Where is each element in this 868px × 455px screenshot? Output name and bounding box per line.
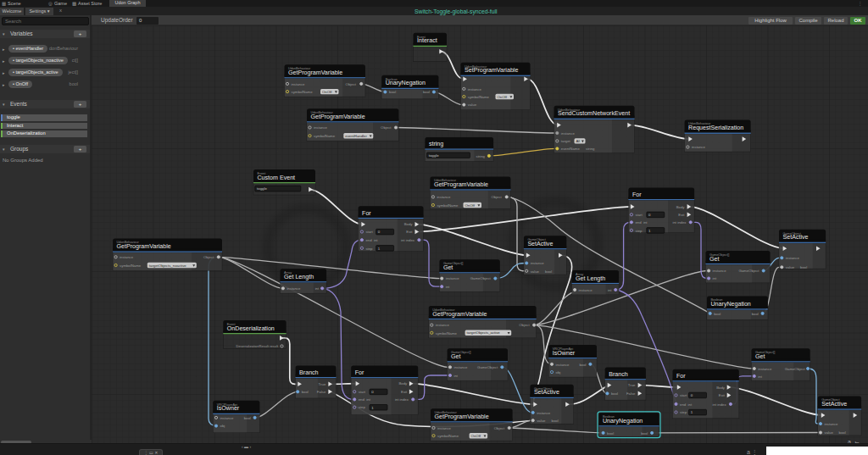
svg-text:Branch: Branch bbox=[609, 371, 628, 378]
svg-text:instance: instance bbox=[579, 288, 593, 292]
svg-text:Get Length: Get Length bbox=[576, 275, 605, 282]
svg-text:OnOff: OnOff bbox=[465, 203, 476, 208]
svg-text:instance: instance bbox=[531, 261, 545, 265]
svg-text:Object: Object bbox=[519, 323, 530, 327]
svg-text:symbolName: symbolName bbox=[314, 134, 336, 138]
svg-text:bool: bool bbox=[839, 430, 846, 435]
svg-text:targetObjects_noactive: targetObjects_noactive bbox=[149, 264, 187, 268]
svg-text:OnOff: OnOff bbox=[322, 90, 332, 94]
svg-text:Get: Get bbox=[451, 353, 460, 360]
svg-text:target: target bbox=[561, 139, 571, 143]
svg-text:bool: bool bbox=[552, 419, 559, 423]
svg-text:instance: instance bbox=[537, 411, 551, 415]
svg-text:int: int bbox=[758, 375, 762, 379]
svg-text:start: start bbox=[635, 213, 643, 217]
svg-text:step: step bbox=[365, 247, 373, 251]
svg-text:instance: instance bbox=[786, 256, 800, 260]
svg-text:instance: instance bbox=[713, 269, 727, 273]
svg-text:instance: instance bbox=[468, 87, 482, 92]
svg-text:GameObject: GameObject bbox=[785, 367, 806, 371]
svg-text:eventHandler: eventHandler bbox=[345, 134, 367, 138]
svg-text:int: int bbox=[608, 288, 612, 292]
svg-text:instance: instance bbox=[825, 422, 839, 426]
svg-text:bool: bool bbox=[423, 90, 430, 94]
svg-text:bool: bool bbox=[611, 391, 618, 396]
svg-text:symbolName: symbolName bbox=[120, 264, 142, 268]
svg-text:Object: Object bbox=[203, 255, 214, 259]
svg-text:instance: instance bbox=[561, 131, 576, 136]
svg-text:int: int bbox=[643, 220, 648, 225]
svg-text:instance: instance bbox=[292, 82, 306, 86]
svg-text:instance: instance bbox=[120, 255, 134, 259]
svg-text:IsOwner: IsOwner bbox=[217, 405, 240, 412]
svg-text:instance: instance bbox=[436, 323, 450, 327]
svg-text:int: int bbox=[315, 286, 320, 291]
svg-text:IsOwner: IsOwner bbox=[553, 350, 576, 357]
svg-text:string: string bbox=[429, 141, 443, 147]
svg-text:SetActive: SetActive bbox=[534, 389, 559, 396]
svg-text:end: end bbox=[365, 238, 372, 242]
svg-text:step: step bbox=[359, 405, 366, 409]
svg-text:RequestSerialization: RequestSerialization bbox=[688, 125, 743, 131]
svg-text:step: step bbox=[680, 410, 687, 414]
svg-text:GameObject: GameObject bbox=[738, 269, 760, 273]
svg-text:VRCHAT: VRCHAT bbox=[232, 144, 337, 169]
svg-text:Custom Event: Custom Event bbox=[258, 175, 296, 181]
svg-text:int: int bbox=[366, 397, 370, 402]
svg-text:Exit: Exit bbox=[401, 390, 408, 394]
svg-text:symbolName: symbolName bbox=[437, 434, 459, 438]
svg-text:Branch: Branch bbox=[299, 369, 319, 376]
svg-text:symbolName: symbolName bbox=[437, 203, 459, 208]
svg-text:Interact: Interact bbox=[417, 37, 437, 44]
svg-text:bool: bool bbox=[302, 390, 309, 394]
svg-text:SetActive: SetActive bbox=[783, 234, 809, 241]
svg-text:int index: int index bbox=[672, 220, 687, 225]
svg-text:Body: Body bbox=[716, 386, 726, 390]
svg-text:value: value bbox=[825, 430, 834, 435]
svg-text:GetProgramVariable: GetProgramVariable bbox=[435, 413, 489, 420]
svg-text:False: False bbox=[626, 391, 636, 396]
svg-text:Body: Body bbox=[398, 381, 408, 386]
svg-text:symbolName: symbolName bbox=[292, 90, 314, 94]
svg-text:instance: instance bbox=[314, 125, 328, 130]
svg-text:int: int bbox=[688, 402, 693, 407]
svg-text:bool: bool bbox=[800, 265, 807, 269]
svg-text:Get Length: Get Length bbox=[284, 274, 314, 280]
svg-text:int index: int index bbox=[713, 402, 727, 407]
svg-text:UnaryNegation: UnaryNegation bbox=[711, 301, 751, 308]
svg-text:GetProgramVariable: GetProgramVariable bbox=[434, 181, 488, 188]
svg-text:step: step bbox=[635, 229, 643, 233]
svg-text:SetActive: SetActive bbox=[527, 241, 553, 247]
svg-text:Exit: Exit bbox=[678, 213, 685, 217]
svg-text:OnOff: OnOff bbox=[498, 95, 508, 99]
svg-text:string: string bbox=[476, 154, 485, 158]
svg-text:GetProgramVariable: GetProgramVariable bbox=[311, 114, 365, 120]
svg-text:instance: instance bbox=[287, 286, 301, 291]
svg-text:Object: Object bbox=[381, 125, 392, 130]
svg-text:Exit: Exit bbox=[406, 230, 413, 234]
svg-text:start: start bbox=[365, 230, 373, 234]
svg-text:True: True bbox=[319, 382, 326, 386]
svg-text:symbolName: symbolName bbox=[436, 331, 458, 336]
svg-text:Get: Get bbox=[709, 256, 719, 263]
svg-text:Object: Object bbox=[346, 82, 357, 86]
svg-text:string: string bbox=[586, 147, 595, 151]
svg-text:Get: Get bbox=[443, 264, 453, 271]
svg-text:GetProgramVariable: GetProgramVariable bbox=[117, 243, 171, 250]
svg-text:UnaryNegation: UnaryNegation bbox=[386, 80, 426, 86]
svg-text:int: int bbox=[454, 374, 459, 378]
svg-text:value: value bbox=[468, 103, 477, 107]
svg-text:All: All bbox=[576, 139, 581, 143]
svg-text:toggle: toggle bbox=[429, 153, 440, 158]
svg-text:instance: instance bbox=[556, 363, 570, 367]
svg-text:For: For bbox=[362, 210, 371, 217]
svg-text:instance: instance bbox=[692, 145, 706, 149]
svg-text:bool: bool bbox=[244, 416, 251, 420]
svg-text:value: value bbox=[531, 269, 540, 274]
svg-text:For: For bbox=[676, 373, 686, 380]
svg-text:eventName: eventName bbox=[561, 147, 581, 151]
svg-text:GetProgramVariable: GetProgramVariable bbox=[288, 69, 342, 76]
svg-text:bool: bool bbox=[579, 363, 586, 367]
svg-text:UnaryNegation: UnaryNegation bbox=[603, 418, 643, 424]
svg-text:OnDeserialization: OnDeserialization bbox=[227, 325, 275, 332]
